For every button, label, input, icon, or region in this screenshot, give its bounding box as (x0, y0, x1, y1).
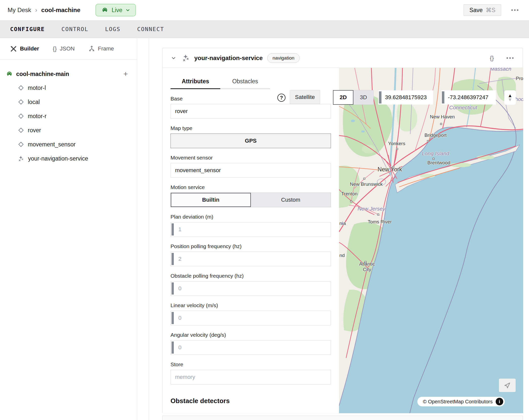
frame-icon (88, 45, 95, 52)
map-city-label: New York (378, 166, 402, 173)
linear-velocity-value: 0 (178, 315, 181, 321)
service-icon (182, 54, 190, 62)
map-city-marker (363, 178, 365, 180)
latitude-input[interactable]: 39.62848175923 (378, 90, 433, 104)
map-city-label: New Haven (430, 114, 455, 120)
mode-tab-label: JSON (60, 45, 75, 52)
map-city-marker (350, 200, 352, 202)
motion-service-segmented-control: BuiltinCustom (171, 193, 331, 207)
map-canvas[interactable]: New HavenBridgeportYonkersBrentwoodNew Y… (339, 68, 523, 413)
map-city-marker (432, 158, 435, 160)
field-label-motion-service: Motion service (171, 184, 331, 190)
tree-item-motor-r[interactable]: motor-r (0, 109, 137, 123)
tree-item-label: movement_sensor (28, 141, 76, 148)
tab-obstacles[interactable]: Obstacles (220, 76, 270, 89)
map-state-label: Long Island (422, 150, 449, 156)
position-polling-input[interactable]: 2 (171, 252, 331, 266)
collapse-chevron-icon[interactable] (171, 56, 176, 61)
position-polling-value: 2 (178, 256, 181, 262)
card-header-actions: {} (490, 55, 515, 62)
service-type-badge: navigation (267, 53, 300, 63)
map-city-marker (377, 214, 379, 216)
locate-button[interactable] (499, 379, 516, 392)
tree-item-label: your-navigation-service (28, 155, 88, 162)
primary-nav-tabs: CONFIGURECONTROLLOGSCONNECT (0, 20, 529, 38)
attributes-form: AttributesObstacles BaseroverMap typeGPS… (162, 68, 339, 413)
navigation-arrow-icon (504, 382, 511, 389)
tree-item-rover[interactable]: rover (0, 123, 137, 137)
map-city-label: Yonkers (388, 141, 405, 146)
map-type-button[interactable]: GPS (171, 134, 331, 148)
map-mode-2d-button[interactable]: 2D (333, 90, 353, 105)
card-menu-icon[interactable] (505, 55, 515, 61)
tree-item-your-navigation-service[interactable]: your-navigation-service (0, 151, 137, 166)
tree-item-label: local (28, 99, 40, 106)
mode-tab-builder[interactable]: Builder (10, 45, 39, 52)
mode-tab-json[interactable]: {}JSON (53, 45, 75, 52)
longitude-value: -73.2486397247 (448, 94, 488, 101)
nav-tab-configure[interactable]: CONFIGURE (10, 26, 45, 32)
angular-velocity-value: 0 (178, 344, 181, 351)
fields-container: BaseroverMap typeGPSMovement sensormovem… (171, 96, 331, 384)
plan-deviation-input[interactable]: 1 (171, 222, 331, 237)
service-title: your-navigation-service (194, 55, 263, 62)
mode-tab-label: Builder (20, 45, 39, 52)
overflow-menu-icon[interactable] (510, 7, 520, 13)
map-state-label: Massach (490, 68, 511, 72)
map-city-label: New Brunswick (350, 181, 383, 187)
field-label-position-polling: Position polling frequency (hz) (171, 243, 331, 249)
info-icon[interactable]: i (496, 398, 503, 405)
tree-item-movement-sensor[interactable]: movement_sensor (0, 137, 137, 151)
map-city-label: nd (339, 253, 345, 258)
longitude-input[interactable]: -73.2486397247 (441, 90, 496, 104)
mode-tab-frame[interactable]: Frame (88, 45, 114, 52)
live-status-badge[interactable]: Live (95, 4, 136, 16)
tree-item-motor-l[interactable]: motor-l (0, 81, 137, 95)
tree-item-local[interactable]: local (0, 95, 137, 109)
save-button[interactable]: Save ⌘S (464, 4, 501, 16)
breadcrumb-my-desk[interactable]: My Desk (8, 7, 31, 14)
code-braces-icon[interactable]: {} (490, 55, 494, 62)
tree-item-label: motor-r (28, 113, 46, 120)
movement-sensor-value: movement_sensor (175, 167, 221, 174)
movement-sensor-input[interactable]: movement_sensor (171, 163, 331, 178)
help-icon[interactable]: ? (277, 94, 285, 102)
add-component-button[interactable]: + (123, 70, 128, 78)
stepper-down-button[interactable]: ▼ (508, 98, 513, 101)
field-label-angular-velocity: Angular velocity (deg/s) (171, 332, 331, 338)
nav-tab-logs[interactable]: LOGS (105, 26, 121, 32)
angular-velocity-input[interactable]: 0 (171, 340, 331, 355)
coordinate-stepper: ▲ ▼ (504, 90, 516, 105)
nav-tab-control[interactable]: CONTROL (61, 26, 88, 32)
map-mode-3d-button[interactable]: 3D (353, 90, 374, 105)
motion-service-option-builtin[interactable]: Builtin (171, 193, 251, 207)
base-input[interactable]: rover (171, 104, 331, 119)
service-icon (18, 155, 25, 162)
field-label-map-type: Map type (171, 125, 331, 131)
sidebar: Builder{}JSONFrame cool-machine-main+mot… (0, 38, 137, 420)
field-label-obstacle-polling: Obstacle polling frequency (hz) (171, 273, 331, 279)
tree-root-machine[interactable]: cool-machine-main+ (0, 67, 137, 81)
top-bar-actions: Save ⌘S (464, 4, 520, 16)
store-input[interactable]: memory (171, 370, 331, 384)
component-diamond-icon (18, 99, 24, 105)
navigation-service-card: your-navigation-service navigation {} At… (162, 48, 523, 413)
map-city-label: Toms River (368, 219, 392, 225)
live-label: Live (112, 7, 122, 14)
obstacle-detectors-heading: Obstacle detectors (171, 397, 331, 405)
motion-service-option-custom[interactable]: Custom (251, 193, 331, 207)
linear-velocity-input[interactable]: 0 (171, 311, 331, 325)
longitude-input-accent (442, 91, 444, 103)
plan-deviation-value: 1 (178, 226, 181, 233)
nav-tab-connect[interactable]: CONNECT (137, 26, 164, 32)
save-shortcut: ⌘S (486, 7, 495, 14)
map-city-label: Bridgeport (424, 133, 447, 138)
attr-tabs-underline (171, 88, 270, 89)
save-label: Save (469, 7, 483, 14)
sidebar-resize-gutter[interactable] (149, 38, 149, 420)
obstacle-polling-input[interactable]: 0 (171, 281, 331, 296)
tab-attributes[interactable]: Attributes (171, 76, 220, 89)
breadcrumb-machine-name[interactable]: cool-machine (41, 7, 80, 14)
satellite-toggle-button[interactable]: Satellite (290, 90, 320, 104)
attribution-text[interactable]: © OpenStreetMap Contributors (423, 399, 493, 405)
